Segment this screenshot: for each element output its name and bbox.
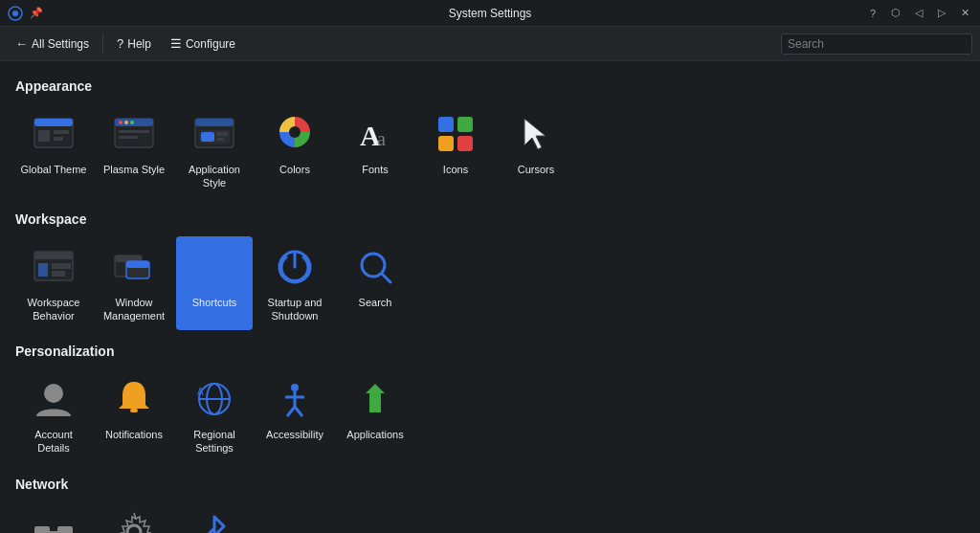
back-icon[interactable]: ◁ [911,6,926,21]
svg-rect-4 [38,130,50,142]
notifications-icon [111,376,157,422]
title-bar: 📌 System Settings ? ⬡ ◁ ▷ ✕ [0,0,980,27]
all-settings-button[interactable]: ← All Settings [8,33,97,55]
title-bar-right: ? ⬡ ◁ ▷ ✕ [865,6,972,21]
settings-icon [111,509,157,533]
svg-rect-13 [119,136,138,139]
search-icon [352,244,398,290]
shortcuts-label: Shortcuts [192,296,236,309]
applications-label: Applications [346,428,403,441]
search-bar[interactable] [781,33,972,55]
grid-item-icons[interactable]: Icons [417,103,494,198]
svg-rect-37 [126,261,149,268]
svg-rect-32 [52,263,71,269]
svg-rect-19 [216,138,224,141]
svg-rect-47 [130,409,138,412]
notifications-label: Notifications [105,428,163,441]
close-icon[interactable]: ✕ [957,6,972,21]
grid-item-global-theme[interactable]: Global Theme [15,103,92,198]
svg-rect-27 [457,136,473,151]
svg-point-67 [127,525,141,533]
section-appearance: AppearanceGlobal ThemePlasma StyleApplic… [15,78,965,198]
svg-point-9 [119,121,122,124]
svg-rect-30 [34,252,73,259]
grid-item-connections[interactable]: Connections [15,501,92,533]
connections-icon [31,509,77,533]
application-style-label: Application Style [180,163,249,190]
startup-shutdown-label: Startup and Shutdown [260,296,329,323]
applications-icon [352,376,398,422]
workspace-behavior-label: Workspace Behavior [19,296,88,323]
section-title-workspace: Workspace [15,211,965,227]
help-icon[interactable]: ? [865,6,880,21]
grid-item-applications[interactable]: Applications [337,368,413,463]
icons-label: Icons [443,163,468,176]
svg-point-21 [289,126,301,138]
workspace-behavior-icon [31,244,77,290]
svg-rect-6 [54,137,63,141]
svg-rect-12 [119,130,149,133]
svg-point-1 [12,11,18,16]
svg-line-55 [287,407,295,416]
cursors-icon [513,111,559,157]
pin-icon[interactable]: 📌 [29,6,44,21]
grid-item-window-management[interactable]: Window Management [96,236,172,331]
grid-item-account-details[interactable]: Account Details [15,368,92,463]
grid-item-settings[interactable]: Settings [96,501,172,533]
search-label: Search [359,296,392,309]
svg-rect-41 [195,267,205,277]
section-personalization: PersonalizationAccount DetailsNotificati… [15,344,965,463]
svg-line-45 [382,274,390,282]
colors-label: Colors [279,163,310,176]
forward-icon[interactable]: ▷ [934,6,949,21]
fonts-label: Fonts [362,163,389,176]
grid-item-bluetooth[interactable]: Bluetooth [176,501,253,533]
colors-icon [272,111,318,157]
configure-button[interactable]: ☰ Configure [163,33,243,55]
svg-text:a: a [377,128,386,149]
section-grid-personalization: Account DetailsNotificationsARegional Se… [15,368,965,463]
grid-item-colors[interactable]: Colors [256,103,333,198]
grid-item-cursors[interactable]: Cursors [498,103,574,198]
title-bar-left: 📌 [8,6,44,21]
svg-point-46 [44,384,63,403]
grid-item-regional-settings[interactable]: ARegional Settings [176,368,253,463]
hex-icon[interactable]: ⬡ [888,6,903,21]
grid-item-application-style[interactable]: Application Style [176,103,253,198]
cursors-label: Cursors [518,163,555,176]
startup-shutdown-icon [272,244,318,290]
global-theme-label: Global Theme [21,163,87,176]
svg-rect-18 [216,132,228,136]
app-icon [8,6,23,21]
window-title: System Settings [449,7,532,20]
main-content: AppearanceGlobal ThemePlasma StyleApplic… [0,61,980,533]
account-details-label: Account Details [19,428,88,455]
regional-settings-icon: A [191,376,237,422]
svg-rect-58 [34,526,50,533]
grid-item-notifications[interactable]: Notifications [96,368,172,463]
search-input[interactable] [788,37,966,51]
bluetooth-icon [191,509,237,533]
grid-item-search[interactable]: Search [337,236,413,331]
regional-settings-label: Regional Settings [180,428,249,455]
window-management-icon [111,244,157,290]
grid-item-fonts[interactable]: AaFonts [337,103,413,198]
svg-rect-24 [438,117,454,132]
grid-item-shortcuts[interactable]: Shortcuts [176,236,253,331]
section-network: NetworkConnectionsSettingsBluetooth [15,477,965,533]
svg-text:A: A [197,387,204,397]
section-grid-network: ConnectionsSettingsBluetooth [15,501,965,533]
section-title-network: Network [15,477,965,492]
grid-item-startup-shutdown[interactable]: Startup and Shutdown [256,236,333,331]
grid-item-accessibility[interactable]: Accessibility [256,368,333,463]
help-button[interactable]: ? Help [109,33,159,55]
svg-point-10 [124,121,128,124]
grid-item-plasma-style[interactable]: Plasma Style [96,103,172,198]
plasma-style-icon [111,111,157,157]
section-workspace: WorkspaceWorkspace BehaviorWindow Manage… [15,211,965,331]
back-arrow-icon: ← [15,36,28,51]
grid-item-workspace-behavior[interactable]: Workspace Behavior [15,236,92,331]
svg-rect-15 [195,119,234,126]
svg-rect-33 [52,271,65,277]
application-style-icon [191,111,237,157]
